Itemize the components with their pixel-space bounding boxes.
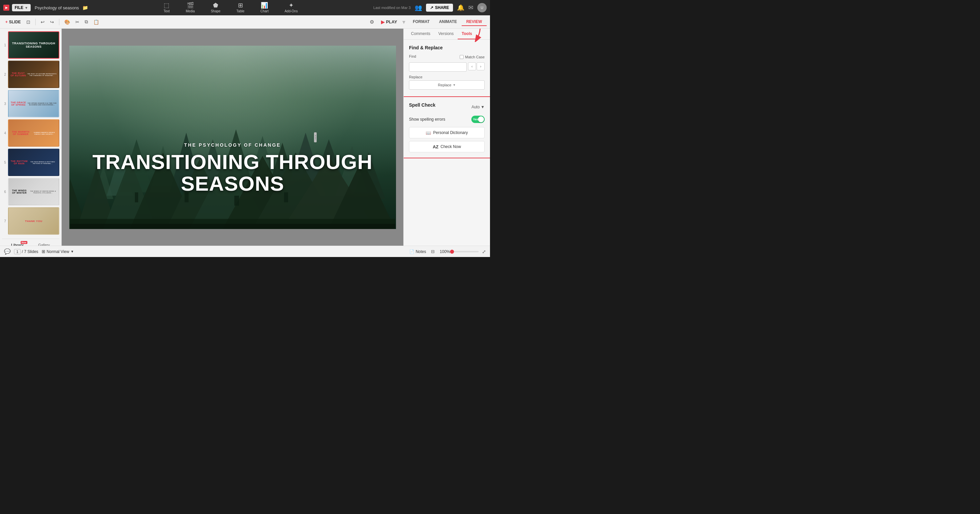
addons-label: Add-Ons: [285, 10, 298, 13]
toolbar-center: ⬚ Text 🎬 Media ⬟ Shape ⊞ Table 📊 Chart ✦…: [91, 1, 371, 14]
scissors-button[interactable]: ✂: [74, 18, 81, 25]
collaborators-icon[interactable]: 👥: [415, 4, 422, 11]
tab-versions[interactable]: Versions: [434, 29, 458, 39]
right-panel-content: Find & Replace Find Match Case ‹ › Repl: [404, 40, 490, 246]
slide-canvas[interactable]: THE PSYCHOLOGY OF CHANGE TRANSITIONING T…: [69, 46, 396, 229]
file-chevron-icon: ▼: [25, 6, 28, 10]
right-panel-header: Comments Versions Tools: [404, 29, 490, 40]
zoom-slider[interactable]: [452, 251, 479, 252]
new-badge: New: [21, 241, 27, 244]
slide-preview-inner-7: THANK YOU: [9, 208, 59, 234]
slide-preview-inner-6: THE WINDS OF WINTER The winds of winter …: [9, 179, 59, 205]
notes-button[interactable]: 📄 Notes: [409, 249, 426, 254]
slide-thumb-3[interactable]: 3 THE GRACE OF SPRING The spring season …: [2, 90, 59, 117]
fullscreen-button[interactable]: ⤢: [482, 249, 486, 254]
settings-button[interactable]: ⚙: [368, 18, 375, 26]
panel-bottom-tabs: Library New Gallery: [2, 239, 59, 246]
replace-label: Replace: [409, 75, 485, 79]
slide-thumb-7[interactable]: 7 THANK YOU: [2, 207, 59, 235]
gallery-tab[interactable]: Gallery: [31, 242, 57, 246]
divider: [35, 19, 36, 25]
auto-chevron-icon: ▼: [480, 105, 485, 109]
zoom-thumb[interactable]: [450, 250, 454, 254]
paste-button[interactable]: 📋: [92, 18, 101, 25]
slide-num-6: 6: [2, 190, 6, 194]
play-chevron-icon[interactable]: ▾: [402, 18, 405, 25]
replace-row: Replace ▼: [409, 80, 485, 90]
personal-dictionary-button[interactable]: 📖 Personal Dictionary: [409, 127, 485, 138]
tab-tools[interactable]: Tools: [458, 29, 476, 39]
add-slide-button[interactable]: + SLIDE: [3, 19, 23, 25]
toolbar-media-button[interactable]: 🎬 Media: [183, 1, 197, 14]
slide-num-4: 4: [2, 131, 6, 135]
redo-button[interactable]: ↪: [48, 18, 56, 25]
canvas-area[interactable]: THE PSYCHOLOGY OF CHANGE TRANSITIONING T…: [62, 29, 403, 246]
play-triangle-icon: ▶: [381, 19, 385, 25]
check-now-button[interactable]: AZ Check Now: [409, 141, 485, 152]
file-menu-button[interactable]: FILE ▼: [12, 4, 31, 11]
toolbar-text-button[interactable]: ⬚ Text: [161, 1, 172, 14]
slide-preview-3: THE GRACE OF SPRING The spring season is…: [8, 90, 59, 117]
notes-icon: 📄: [409, 249, 414, 254]
slide-thumb-4[interactable]: 4 THE WARMTH OF SUMMER Summer warmth bri…: [2, 119, 59, 146]
total-slides: 7 Slides: [24, 249, 38, 254]
slide-preview-inner-3: THE GRACE OF SPRING The spring season is…: [9, 91, 59, 117]
slide-layout-button[interactable]: ⊡: [25, 18, 32, 25]
slide-counter: 1 / 7 Slides: [14, 249, 38, 254]
user-avatar[interactable]: U: [477, 3, 487, 12]
toolbar-table-button[interactable]: ⊞ Table: [234, 1, 247, 14]
toggle-yes-label: Yes: [473, 118, 478, 121]
library-tab[interactable]: Library New: [4, 242, 31, 246]
tab-review[interactable]: REVIEW: [462, 18, 487, 26]
text-label: Text: [164, 10, 170, 13]
view-chevron-icon: ▼: [71, 250, 74, 253]
find-prev-button[interactable]: ‹: [468, 62, 476, 70]
find-label: Find: [409, 54, 416, 58]
find-replace-title: Find & Replace: [409, 45, 485, 50]
match-case-label[interactable]: Match Case: [460, 55, 485, 59]
tab-comments[interactable]: Comments: [407, 29, 434, 39]
right-drag-handle[interactable]: [314, 132, 317, 142]
copy-button[interactable]: ⧉: [83, 18, 90, 25]
addons-icon: ✦: [289, 2, 294, 8]
view-selector-button[interactable]: ⊞ Normal View ▼: [42, 249, 74, 254]
toolbar-addons-button[interactable]: ✦ Add-Ons: [282, 1, 300, 14]
undo-button[interactable]: ↩: [39, 18, 46, 25]
chat-button[interactable]: 💬: [4, 248, 11, 255]
slides-grid-button[interactable]: ⊟: [430, 248, 436, 255]
replace-button[interactable]: Replace ▼: [409, 80, 485, 90]
play-button[interactable]: ▶ PLAY: [378, 18, 400, 25]
find-input[interactable]: [409, 62, 467, 72]
second-bar-right: ⚙ ▶ PLAY ▾ FORMAT ANIMATE REVIEW: [368, 18, 487, 26]
slide-thumb-2[interactable]: 2 THE RUST OF AUTUMN The rust of autumn …: [2, 60, 59, 88]
find-row: Find Match Case: [409, 54, 485, 60]
slide-preview-inner-2: THE RUST OF AUTUMN The rust of autumn re…: [9, 61, 59, 88]
slide-thumb-5[interactable]: 5 THE RHYTHM OF RAIN The rain brings a r…: [2, 149, 59, 176]
match-case-checkbox[interactable]: [460, 55, 464, 59]
current-slide-number[interactable]: 1: [14, 249, 21, 254]
messages-icon[interactable]: ✉: [468, 4, 473, 11]
shape-label: Shape: [211, 10, 220, 13]
toolbar-chart-button[interactable]: 📊 Chart: [258, 1, 271, 14]
find-next-button[interactable]: ›: [477, 62, 485, 70]
slide-preview-inner-1: TRANSITIONING THROUGH SEASONS: [9, 32, 59, 58]
toolbar-shape-button[interactable]: ⬟ Shape: [208, 1, 223, 14]
paint-format-button[interactable]: 🎨: [63, 18, 72, 25]
text-icon: ⬚: [164, 2, 169, 8]
slide-num-7: 7: [2, 219, 6, 223]
tab-animate[interactable]: ANIMATE: [434, 18, 462, 26]
share-button[interactable]: ↗ SHARE: [426, 4, 453, 12]
toggle-knob: [478, 116, 484, 123]
slide-num-2: 2: [2, 73, 6, 76]
tab-format[interactable]: FORMAT: [408, 18, 434, 26]
notifications-icon[interactable]: 🔔: [457, 4, 465, 11]
document-title: Psychology of seasons: [35, 5, 79, 10]
slide-thumb-1[interactable]: 1 TRANSITIONING THROUGH SEASONS: [2, 31, 59, 59]
show-errors-toggle[interactable]: Yes: [471, 116, 485, 123]
slide-thumb-6[interactable]: 6 THE WINDS OF WINTER The winds of winte…: [2, 178, 59, 205]
bottom-right: 📄 Notes ⊟ 100% ⤢: [409, 248, 486, 255]
top-bar: ▶ FILE ▼ Psychology of seasons 📁 ⬚ Text …: [0, 0, 490, 15]
spell-auto-button[interactable]: Auto ▼: [471, 105, 485, 109]
spell-header: Spell Check Auto ▼: [409, 102, 485, 112]
show-errors-row: Show spelling errors Yes: [409, 116, 485, 123]
